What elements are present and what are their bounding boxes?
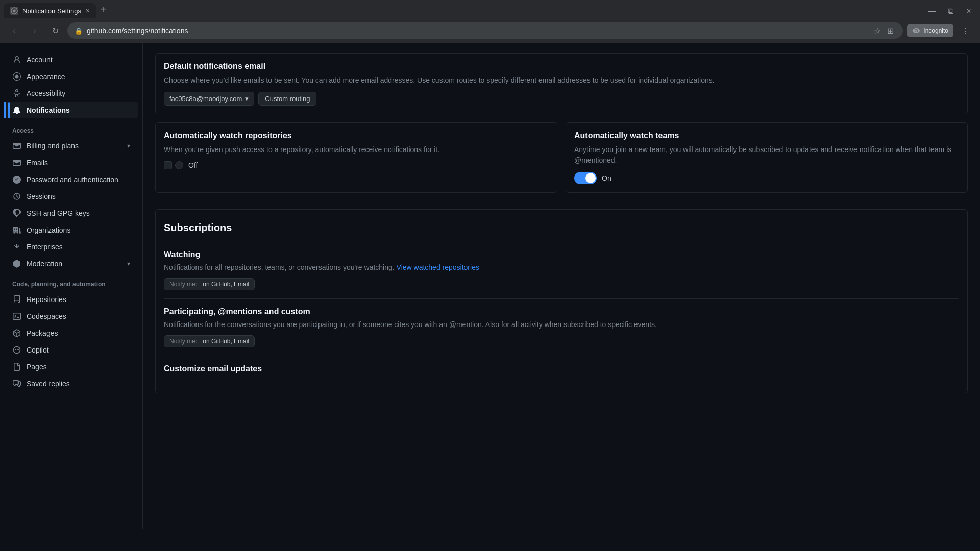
appearance-label: Appearance	[27, 72, 65, 81]
organizations-icon	[12, 226, 21, 235]
new-tab-button[interactable]: +	[96, 4, 110, 15]
sidebar-item-appearance[interactable]: Appearance	[4, 68, 138, 85]
email-selector: fac05c8a@moodjoy.com ▾ Custom routing	[164, 92, 959, 106]
svg-point-1	[13, 9, 15, 12]
sidebar-item-billing[interactable]: Billing and plans ▾	[4, 138, 138, 154]
tab-title: Notification Settings	[22, 7, 81, 15]
participating-title: Participating, @mentions and custom	[164, 307, 959, 316]
email-dropdown-arrow: ▾	[245, 95, 249, 103]
tab-bar: Notification Settings × + — ⧉ ×	[0, 0, 980, 18]
bookmark-button[interactable]: ☆	[872, 26, 883, 36]
auto-watch-teams-toggle-row: On	[574, 172, 959, 184]
maximize-button[interactable]: ⧉	[943, 4, 958, 18]
tab-close-button[interactable]: ×	[86, 7, 90, 15]
tab-favicon	[10, 7, 18, 15]
default-email-card: Default notifications email Choose where…	[155, 53, 968, 114]
sidebar-item-codespaces[interactable]: Codespaces	[4, 308, 138, 324]
email-dropdown[interactable]: fac05c8a@moodjoy.com ▾	[164, 92, 254, 106]
address-bar[interactable]: 🔒 github.com/settings/notifications ☆ ⊞	[67, 22, 903, 39]
extensions-button[interactable]: ⊞	[885, 26, 896, 36]
watching-notify-value: on GitHub, Email	[203, 281, 249, 288]
moderation-arrow: ▾	[127, 260, 130, 267]
active-tab[interactable]: Notification Settings ×	[4, 3, 96, 18]
sidebar-item-organizations[interactable]: Organizations	[4, 222, 138, 238]
sidebar-item-saved-replies[interactable]: Saved replies	[4, 375, 138, 392]
sidebar-item-password[interactable]: Password and authentication	[4, 171, 138, 188]
access-section-label: Access	[0, 119, 142, 137]
participating-notify-badge[interactable]: Notify me: on GitHub, Email	[164, 335, 255, 347]
enterprises-label: Enterprises	[27, 243, 63, 251]
billing-label: Billing and plans	[27, 142, 79, 150]
auto-watch-repos-desc: When you're given push access to a repos…	[164, 144, 549, 155]
custom-routing-button[interactable]: Custom routing	[258, 92, 316, 106]
sessions-icon	[12, 192, 21, 201]
codespaces-icon	[12, 312, 21, 321]
watching-item: Watching Notifications for all repositor…	[164, 242, 959, 299]
billing-arrow: ▾	[127, 142, 130, 149]
sidebar-item-copilot[interactable]: Copilot	[4, 342, 138, 358]
sidebar-item-sessions[interactable]: Sessions	[4, 188, 138, 205]
emails-label: Emails	[27, 159, 48, 167]
forward-button[interactable]: ›	[27, 22, 43, 39]
sessions-label: Sessions	[27, 192, 56, 201]
sidebar-item-pages[interactable]: Pages	[4, 359, 138, 375]
enterprises-icon	[12, 242, 21, 252]
sidebar-item-enterprises[interactable]: Enterprises	[4, 239, 138, 255]
repositories-icon	[12, 295, 21, 304]
sidebar-item-ssh[interactable]: SSH and GPG keys	[4, 205, 138, 221]
account-label: Account	[27, 56, 53, 64]
minimize-button[interactable]: —	[925, 4, 939, 18]
sidebar-item-repositories[interactable]: Repositories	[4, 291, 138, 308]
view-watched-link[interactable]: View watched repositories	[397, 263, 479, 271]
reload-button[interactable]: ↻	[47, 22, 63, 39]
customize-email-title: Customize email updates	[164, 364, 959, 373]
password-label: Password and authentication	[27, 176, 118, 184]
auto-watch-repos-card: Automatically watch repositories When yo…	[155, 122, 557, 193]
window-controls: — ⧉ ×	[925, 4, 976, 18]
svg-point-4	[15, 349, 16, 350]
accessibility-icon	[12, 89, 21, 98]
watching-notify-badge[interactable]: Notify me: on GitHub, Email	[164, 278, 255, 290]
menu-button[interactable]: ⋮	[958, 22, 974, 39]
copilot-label: Copilot	[27, 346, 49, 354]
saved-replies-icon	[12, 379, 21, 388]
sidebar-item-moderation[interactable]: Moderation ▾	[4, 256, 138, 272]
address-bar-row: ‹ › ↻ 🔒 github.com/settings/notification…	[0, 18, 980, 43]
packages-label: Packages	[27, 329, 58, 337]
sidebar-item-notifications[interactable]: Notifications	[4, 102, 138, 118]
auto-watch-teams-card: Automatically watch teams Anytime you jo…	[566, 122, 968, 193]
sidebar-item-packages[interactable]: Packages	[4, 325, 138, 341]
repos-checkbox[interactable]	[164, 161, 172, 169]
customize-email-item: Customize email updates	[164, 356, 959, 385]
auto-watch-section: Automatically watch repositories When yo…	[155, 122, 968, 201]
back-button[interactable]: ‹	[6, 22, 22, 39]
moderation-icon	[12, 259, 21, 268]
sidebar-item-account[interactable]: Account	[4, 52, 138, 68]
saved-replies-label: Saved replies	[27, 380, 70, 388]
participating-item: Participating, @mentions and custom Noti…	[164, 299, 959, 356]
repos-toggle-area[interactable]	[164, 161, 183, 169]
account-icon	[12, 55, 21, 64]
repos-radio[interactable]	[175, 161, 183, 169]
incognito-label: Incognito	[923, 27, 948, 34]
sidebar-item-accessibility[interactable]: Accessibility	[4, 85, 138, 102]
main-layout: Account Appearance Accessibility Notific…	[0, 43, 980, 529]
watching-desc: Notifications for all repositories, team…	[164, 262, 959, 273]
auto-watch-repos-title: Automatically watch repositories	[164, 131, 549, 140]
address-actions: ☆ ⊞	[872, 26, 896, 36]
copilot-icon	[12, 345, 21, 355]
watching-title: Watching	[164, 250, 959, 259]
auto-watch-teams-toggle[interactable]	[574, 172, 597, 184]
password-icon	[12, 175, 21, 184]
toggle-knob	[585, 173, 596, 183]
packages-icon	[12, 329, 21, 338]
auto-watch-teams-title: Automatically watch teams	[574, 131, 959, 140]
notifications-label: Notifications	[27, 106, 70, 114]
organizations-label: Organizations	[27, 226, 70, 234]
pages-icon	[12, 362, 21, 371]
billing-icon	[12, 141, 21, 151]
repositories-label: Repositories	[27, 295, 66, 304]
sidebar-item-emails[interactable]: Emails	[4, 155, 138, 171]
emails-icon	[12, 158, 21, 167]
close-window-button[interactable]: ×	[962, 4, 976, 18]
